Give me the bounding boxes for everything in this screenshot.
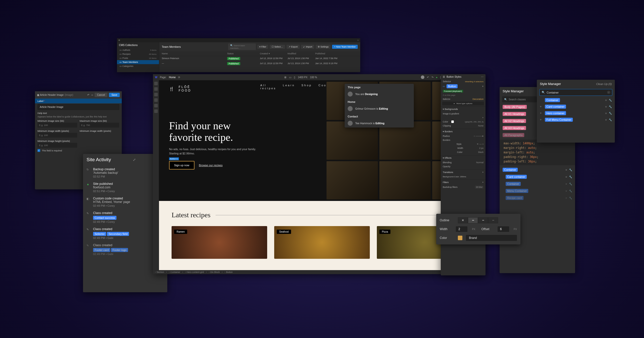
device-tablet-icon[interactable]: ▭ xyxy=(289,76,291,79)
outline-style-seg[interactable]: ✕ ━ ┅ ┈ xyxy=(458,217,498,223)
refresh-icon[interactable]: ⟳ xyxy=(178,76,180,79)
bc-item[interactable]: ▫ Section xyxy=(155,271,164,273)
export-button[interactable]: ↗ Export xyxy=(287,45,300,49)
undo-icon[interactable]: ↶ xyxy=(427,76,429,79)
page-dropdown[interactable]: Home xyxy=(169,76,176,79)
plus-icon[interactable]: + xyxy=(540,105,543,108)
collaborator-row[interactable]: Grímur Grímsson is Editing xyxy=(345,104,414,113)
table-row[interactable]: —PublishedJul 12, 2019 12:50 PMJul 13, 2… xyxy=(159,61,360,66)
sm-row[interactable]: Card container≡🔧 xyxy=(500,173,575,180)
radius-row[interactable]: Radius○ ────● xyxy=(441,134,486,138)
settings-icon[interactable] xyxy=(154,109,158,113)
wrench-icon[interactable]: 🔧 xyxy=(569,183,572,185)
border-color-row[interactable]: Colorblack xyxy=(441,150,486,154)
checkbox-icon[interactable]: ✓ xyxy=(37,149,40,152)
wrench-icon[interactable]: 🔧 xyxy=(609,99,612,102)
list-icon[interactable]: ≡ xyxy=(566,190,567,192)
list-icon[interactable]: ≡ xyxy=(566,183,567,185)
sm2-row[interactable]: +Hero container≡🔧 xyxy=(537,110,615,116)
collection-team-members[interactable]: ▭ Team Members xyxy=(117,60,159,64)
plus-icon[interactable]: + xyxy=(540,111,543,115)
transition-item[interactable]: Background-Color: 200ms xyxy=(443,176,466,178)
bg-color-row[interactable]: Colorrgba(255, 255, 255, 0) xyxy=(441,120,486,124)
nav-link[interactable]: All recipes xyxy=(260,84,276,90)
color-swatch[interactable] xyxy=(458,236,462,240)
sm2-row[interactable]: +Card container≡🔧 xyxy=(537,103,615,110)
list-icon[interactable]: ≡ xyxy=(566,176,567,178)
collapse-icon[interactable]: ⤢ xyxy=(131,158,137,162)
breakpoint-icon[interactable]: ▭ xyxy=(443,85,445,88)
infinity-icon[interactable]: ∞ xyxy=(91,94,93,96)
device-desktop-icon[interactable]: 🖥 xyxy=(284,76,287,79)
collection-authors[interactable]: ▭ Authors3 items xyxy=(117,48,159,52)
list-icon[interactable]: ≡ xyxy=(605,99,607,102)
add-icon[interactable] xyxy=(154,82,158,85)
pages-icon[interactable] xyxy=(154,87,158,91)
wrench-icon[interactable]: 🔧 xyxy=(609,105,612,108)
backdrop-row[interactable]: Backdrop filters20 blur xyxy=(441,185,486,189)
settings-button[interactable]: ⚙ Settings xyxy=(316,45,331,49)
clipping-row[interactable]: ClippingNone xyxy=(441,124,486,128)
border-width-row[interactable]: Width2 px xyxy=(441,146,486,150)
collaborator-row[interactable]: Tee Hammock is Editing xyxy=(345,119,414,128)
collaborator-row[interactable]: You are Designing xyxy=(345,90,414,98)
cms-icon[interactable] xyxy=(154,93,158,96)
offset-input[interactable]: 6 xyxy=(498,226,509,232)
save-button[interactable]: Save xyxy=(109,93,120,97)
avatar-icon[interactable] xyxy=(421,75,424,79)
min-h-input[interactable]: E.g. 100 xyxy=(37,143,77,148)
required-checkbox-row[interactable]: ✓ This field is required xyxy=(35,148,122,153)
section-transitions[interactable]: Transitions+ xyxy=(441,170,486,175)
bc-item[interactable]: ▫ Container xyxy=(169,271,180,273)
list-icon[interactable]: ≡ xyxy=(605,105,607,108)
collection-categories[interactable]: ▭ Categories xyxy=(117,64,159,68)
nav-link[interactable]: Learn xyxy=(283,84,295,90)
collection-recipes[interactable]: ▭ Recipes48 items xyxy=(117,52,159,56)
seg-dashed[interactable]: ┅ xyxy=(478,217,488,223)
assets-icon[interactable] xyxy=(154,104,158,107)
swatch-icon[interactable] xyxy=(451,120,454,123)
section-backgrounds[interactable]: ▾ Backgrounds xyxy=(441,106,486,112)
min-kb-input[interactable]: E.g. 100 xyxy=(37,123,77,128)
selector-input[interactable]: ▭Button▾ xyxy=(441,83,486,89)
cancel-button[interactable]: Cancel xyxy=(95,93,107,97)
seg-dotted[interactable]: ┈ xyxy=(488,217,498,223)
list-icon[interactable]: ≡ xyxy=(605,118,607,121)
wrench-icon[interactable]: 🔧 xyxy=(569,176,572,178)
sm-row[interactable]: Container≡🔧 xyxy=(500,166,575,173)
recipe-card[interactable]: Ramen xyxy=(172,226,267,259)
signup-button[interactable]: Sign up now xyxy=(169,161,194,170)
select-button[interactable]: ☐ Select… xyxy=(270,45,285,49)
filter-button[interactable]: ▾ Filter xyxy=(257,45,268,49)
italicize-row[interactable]: ItalicizeDecoration xyxy=(441,97,486,101)
import-button[interactable]: ↙ Import xyxy=(301,45,314,49)
ecommerce-icon[interactable] xyxy=(154,98,158,102)
recipe-card[interactable]: Seafood xyxy=(274,226,370,259)
redo-icon[interactable]: ↷ xyxy=(431,76,433,79)
sm-row[interactable]: Container≡🔧 xyxy=(500,180,575,187)
sm2-row[interactable]: Container≡🔧 xyxy=(537,97,615,103)
new-team-member-button[interactable]: + New Team Member xyxy=(332,45,358,49)
add-icon[interactable]: + xyxy=(482,116,484,119)
section-filters[interactable]: Filters+ xyxy=(441,180,486,185)
add-icon[interactable]: + xyxy=(482,181,484,184)
wrench-icon[interactable]: 🔧 xyxy=(569,168,572,171)
state-row[interactable]: Focused (keyboard) xyxy=(441,89,486,93)
bc-item[interactable]: ◦ Button xyxy=(224,271,232,273)
more-type[interactable]: ▸ More type options xyxy=(442,102,484,105)
bc-item[interactable]: ▫ Div Block xyxy=(209,271,220,273)
label-input[interactable]: Article Header Image xyxy=(37,104,119,110)
section-borders[interactable]: ▾ Borders xyxy=(441,129,486,134)
color-name[interactable]: Brand xyxy=(466,235,517,241)
list-icon[interactable]: ≡ xyxy=(605,112,607,115)
sm-row[interactable]: Recipe card≡🔧 xyxy=(500,194,575,201)
width-input[interactable]: 2 xyxy=(456,226,467,232)
device-mobile-icon[interactable]: ▯ xyxy=(294,76,295,79)
blending-row[interactable]: BlendingNormal xyxy=(441,160,486,164)
close-icon[interactable]: × xyxy=(357,39,359,42)
nav-link[interactable]: Shop xyxy=(301,84,312,90)
opacity-row[interactable]: Opacity xyxy=(441,164,486,168)
collection-posts[interactable]: ▭ Posts16 items xyxy=(117,56,159,60)
wrench-icon[interactable]: 🔧 xyxy=(569,190,572,192)
list-icon[interactable]: ≡ xyxy=(566,197,567,199)
